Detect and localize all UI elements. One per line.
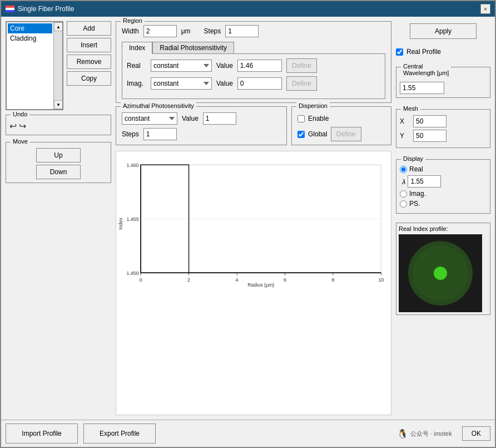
tab-index[interactable]: Index (122, 42, 152, 54)
title-bar-left: Single Fiber Profile (6, 5, 74, 13)
mesh-x-label: X (400, 117, 409, 125)
left-panel: Core Cladding ▲ ▼ Add Insert Remove Copy (6, 21, 111, 415)
real-index-image (399, 234, 482, 312)
azimuthal-steps-input[interactable] (143, 128, 177, 140)
layer-item-cladding[interactable]: Cladding (8, 33, 52, 43)
layer-item-core[interactable]: Core (8, 23, 52, 33)
central-wavelength-title: CentralWavelength [μm] (401, 63, 451, 76)
display-real-radio[interactable] (400, 166, 407, 173)
bottom-panels: Azimuthal Photosensitivity constant Valu… (116, 106, 391, 145)
azimuthal-value-input[interactable] (203, 112, 236, 125)
insert-button[interactable]: Insert (67, 38, 111, 52)
layer-list[interactable]: Core Cladding ▲ ▼ (6, 21, 63, 110)
steps-input[interactable] (225, 25, 259, 37)
width-label: Width (122, 27, 139, 35)
import-profile-button[interactable]: Import Profile (6, 424, 78, 444)
display-ps-label: PS. (409, 200, 420, 208)
window-title: Single Fiber Profile (18, 5, 74, 13)
undo-section: ↩ ↪ (9, 119, 107, 131)
layer-buttons: Add Insert Remove Copy (67, 21, 111, 110)
move-up-button[interactable]: Up (36, 148, 81, 163)
width-unit: μm (181, 27, 191, 35)
svg-text:1.450: 1.450 (127, 270, 139, 276)
right-panel: Apply Real Profile CentralWavelength [μm… (396, 21, 490, 415)
display-imag-radio[interactable] (400, 190, 407, 198)
steps-label: Steps (204, 27, 221, 35)
central-wavelength-input[interactable] (400, 82, 444, 94)
imag-type-select[interactable]: constant (151, 77, 212, 90)
region-title: Region (121, 17, 145, 24)
dispersion-enable-checkbox[interactable] (297, 115, 305, 122)
close-button[interactable]: × (480, 4, 490, 14)
svg-text:6: 6 (284, 277, 286, 283)
mesh-box: Mesh X Y (396, 109, 490, 148)
ok-button[interactable]: OK (462, 426, 490, 441)
real-index-svg (399, 234, 482, 312)
title-bar: Single Fiber Profile × (1, 1, 495, 17)
chart-container: Index Radius (μm) 1.450 1.455 1.460 0 (116, 149, 391, 415)
central-wavelength-box: CentralWavelength [μm] (396, 67, 490, 98)
center-panel: Region Width μm Steps Index Radial Photo… (116, 21, 391, 415)
svg-text:0: 0 (140, 277, 142, 283)
imag-value-input[interactable] (237, 77, 282, 90)
value-label-real: Value (216, 62, 233, 70)
real-row: Real constant Value Define (127, 58, 380, 73)
chart-area: Index Radius (μm) 1.450 1.455 1.460 0 (116, 151, 391, 415)
imag-label: Imag. (127, 80, 146, 87)
display-real-row: Real (400, 165, 487, 173)
mesh-x-input[interactable] (413, 115, 447, 127)
svg-text:4: 4 (236, 277, 239, 283)
display-title: Display (401, 155, 425, 162)
layer-items: Core Cladding (7, 22, 53, 109)
move-group: Move Up Down (6, 142, 111, 183)
move-down-button[interactable]: Down (36, 165, 81, 179)
display-ps-radio[interactable] (400, 200, 407, 208)
add-button[interactable]: Add (67, 21, 111, 36)
undo-forward-button[interactable]: ↪ (19, 121, 26, 131)
dispersion-title: Dispersion (296, 102, 330, 109)
copy-button[interactable]: Copy (67, 71, 111, 86)
main-content: Core Cladding ▲ ▼ Add Insert Remove Copy (1, 17, 495, 420)
real-profile-label: Real Profile (406, 48, 441, 56)
svg-text:Radius (μm): Radius (μm) (247, 282, 274, 288)
imag-define-button[interactable]: Define (286, 76, 317, 91)
svg-text:8: 8 (331, 277, 334, 283)
real-define-button[interactable]: Define (286, 58, 317, 73)
imag-row: Imag. constant Value Define (127, 76, 380, 91)
lambda-value-input[interactable] (408, 175, 441, 188)
display-box: Display Real λ Imag. PS. (396, 159, 490, 214)
undo-group: Undo ↩ ↪ (6, 115, 111, 135)
real-profile-row: Real Profile (396, 48, 490, 56)
display-real-label: Real (409, 165, 423, 173)
dispersion-global-checkbox[interactable] (297, 131, 305, 138)
real-type-select[interactable]: constant (151, 60, 212, 72)
mesh-title: Mesh (401, 105, 420, 112)
app-icon (6, 6, 14, 12)
real-value-input[interactable] (237, 60, 282, 72)
mesh-y-row: Y (400, 130, 487, 142)
undo-title: Undo (11, 111, 29, 117)
svg-text:Index: Index (118, 218, 123, 230)
real-profile-checkbox[interactable] (396, 48, 403, 56)
scroll-down-arrow[interactable]: ▼ (54, 100, 63, 109)
mesh-y-label: Y (400, 132, 409, 140)
undo-back-button[interactable]: ↩ (9, 121, 17, 131)
mesh-y-input[interactable] (413, 130, 447, 142)
svg-point-28 (434, 267, 447, 280)
remove-button[interactable]: Remove (67, 55, 111, 69)
apply-button[interactable]: Apply (410, 23, 477, 39)
export-profile-button[interactable]: Export Profile (83, 424, 156, 444)
width-input[interactable] (143, 25, 177, 37)
azimuthal-type-select[interactable]: constant (122, 112, 177, 125)
dispersion-define-button[interactable]: Define (331, 127, 361, 141)
svg-text:10: 10 (378, 277, 384, 283)
tab-radial[interactable]: Radial Photosensitivity (152, 42, 234, 54)
scroll-up-arrow[interactable]: ▲ (54, 22, 63, 31)
svg-text:2: 2 (187, 277, 190, 283)
dispersion-global-label: Global (308, 130, 328, 138)
display-ps-row: PS. (400, 200, 487, 208)
tabs-row: Index Radial Photosensitivity (122, 42, 385, 54)
watermark-text: 公众号 · imotek (410, 430, 452, 438)
bottom-bar: Import Profile Export Profile 🐧 公众号 · im… (1, 420, 495, 447)
watermark: 🐧 公众号 · imotek (397, 429, 452, 439)
